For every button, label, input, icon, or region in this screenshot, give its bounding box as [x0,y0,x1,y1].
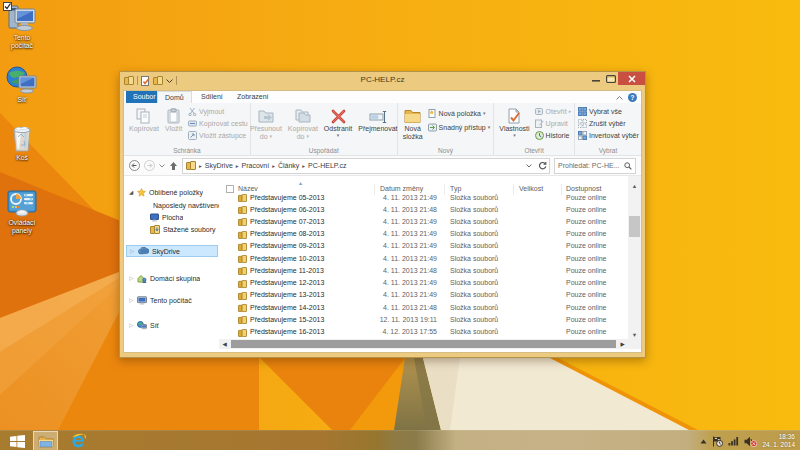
ribbon-minimize-chevron-icon[interactable] [616,96,623,100]
vertical-scrollbar[interactable]: ▲ ▼ [628,176,641,340]
close-button[interactable] [618,72,645,85]
invert-selection-button[interactable]: Invertovat výběr [578,131,639,140]
button-label: Historie [546,132,570,139]
vertical-scroll-thumb[interactable] [629,216,640,237]
tab-domu[interactable]: Domů [157,91,192,103]
taskbar-clock[interactable]: 18:36 24. 1. 2014 [762,433,798,449]
file-row[interactable]: Představujeme 11-2013 4. 11. 2013 21:48 … [219,265,628,277]
taskbar-file-explorer[interactable] [33,431,58,450]
show-hidden-icons[interactable] [700,439,707,444]
open-button[interactable]: Otevřít▸ [535,107,572,116]
scroll-down-icon[interactable]: ▼ [628,332,641,338]
dropdown-caret-icon: ▾ [483,111,486,116]
help-icon[interactable]: ? [628,93,637,102]
start-button[interactable] [4,431,30,450]
desktop-icon-network[interactable]: Síť [4,66,40,104]
up-button[interactable] [169,161,178,171]
back-button[interactable] [129,160,140,171]
column-header-date[interactable]: Datum změny [380,185,423,192]
expander-collapsed-icon[interactable]: ▷ [129,322,134,328]
scroll-up-icon[interactable]: ▲ [628,183,641,189]
file-row[interactable]: Představujeme 10-2013 4. 11. 2013 21:49 … [219,253,628,265]
qat-dropdown-caret[interactable] [166,79,173,83]
column-header-availability[interactable]: Dostupnost [566,185,601,192]
nav-skydrive[interactable]: ▷ SkyDrive [126,245,218,257]
easy-access-button[interactable]: Snadný přístup▾ [428,123,491,132]
new-item-button[interactable]: Nová položka▾ [428,109,491,118]
nav-network[interactable]: ▷ Síť [129,319,159,331]
cut-button[interactable]: Vyjmout [188,107,248,116]
desktop-icon-recycle-bin[interactable]: Koš [4,124,40,162]
file-row[interactable]: Představujeme 15-2013 12. 11. 2013 19:11… [219,314,628,326]
rename-button[interactable]: Přejmenovat [355,104,400,148]
expander-expanded-icon[interactable]: ◢ [129,189,134,195]
file-name: Představujeme 16-2013 [250,328,324,335]
nav-this-pc[interactable]: ▷ Tento počítač [129,294,192,306]
nav-downloads[interactable]: Stažené soubory [150,223,216,235]
horizontal-scrollbar[interactable]: ◀ ▶ [219,339,628,349]
address-dropdown-caret[interactable] [526,164,532,168]
clock-date: 24. 1. 2014 [762,441,795,449]
file-row[interactable]: Představujeme 16-2013 4. 12. 2013 17:55 … [219,327,628,339]
qat-properties-icon[interactable] [141,76,150,86]
desktop-icon-control-panel[interactable]: Ovládací panely [4,189,40,235]
breadcrumb-skydrive[interactable]: SkyDrive [205,162,233,169]
scroll-left-icon[interactable]: ◀ [219,341,230,347]
copy-path-button[interactable]: Kopírovat cestu [188,119,248,128]
file-type: Složka souborů [450,304,498,311]
qat-new-folder-icon[interactable] [153,76,163,85]
file-row[interactable]: Představujeme 06-2013 4. 11. 2013 21:48 … [219,204,628,216]
maximize-button[interactable] [603,72,618,85]
nav-recent-places[interactable]: Naposledy navštívené [150,199,219,211]
explorer-window-icon[interactable] [124,76,134,85]
copy-to-button[interactable]: Kopírovat do▾ [285,104,321,148]
action-center-flag-icon[interactable] [712,436,723,447]
breadcrumb-pchelp[interactable]: PC-HELP.cz [308,162,346,169]
select-none-button[interactable]: Zrušit výběr [578,119,639,128]
column-header-size[interactable]: Velikost [519,185,543,192]
move-to-button[interactable]: Přesunout do▾ [247,104,285,148]
delete-button[interactable]: Odstranit ▾ [321,104,355,148]
tab-zobrazeni[interactable]: Zobrazení [230,91,276,103]
properties-button[interactable]: Vlastnosti ▾ [496,104,532,148]
nav-favorites[interactable]: ◢ Oblíbené položky [129,186,203,198]
forward-button[interactable] [144,160,155,171]
volume-muted-icon[interactable] [744,436,757,447]
recent-locations-caret[interactable] [159,164,165,168]
file-row[interactable]: Představujeme 05-2013 4. 11. 2013 21:49 … [219,192,628,204]
copy-button[interactable]: Kopírovat [126,104,162,148]
folder-icon [238,304,247,312]
search-box[interactable]: Prohledat: PC-HE... [554,158,636,174]
file-row[interactable]: Představujeme 13-2013 4. 11. 2013 21:49 … [219,290,628,302]
expander-collapsed-icon[interactable]: ▷ [129,297,134,303]
paste-button[interactable]: Vložit [162,104,185,148]
minimize-button[interactable] [588,72,603,85]
paste-shortcut-button[interactable]: Vložit zástupce [188,131,248,140]
scroll-right-icon[interactable]: ▶ [617,341,628,347]
new-folder-button[interactable]: Nová složka [400,104,426,148]
file-row[interactable]: Představujeme 07-2013 4. 11. 2013 21:49 … [219,216,628,228]
edit-button[interactable]: Upravit [535,119,572,128]
desktop-icon-this-pc[interactable]: Tento počítač [4,4,40,50]
breadcrumb-pracovni[interactable]: Pracovní [242,162,270,169]
refresh-button[interactable] [538,161,547,170]
file-row[interactable]: Představujeme 14-2013 4. 11. 2013 21:48 … [219,302,628,314]
nav-desktop[interactable]: Plocha [150,211,183,223]
file-row[interactable]: Představujeme 09-2013 4. 11. 2013 21:49 … [219,241,628,253]
history-button[interactable]: Historie [535,131,572,140]
tab-sdileni[interactable]: Sdílení [194,91,230,103]
window-titlebar[interactable]: PC-HELP.cz [120,72,645,90]
select-all-button[interactable]: Vybrat vše [578,107,639,116]
column-header-type[interactable]: Typ [450,185,461,192]
network-signal-icon[interactable] [728,436,739,446]
nav-homegroup[interactable]: ▷ Domácí skupina [129,272,200,284]
address-box[interactable]: ▸ SkyDrive ▸ Pracovní ▸ Články ▸ PC-HELP… [182,158,550,174]
file-row[interactable]: Představujeme 08-2013 4. 11. 2013 21:49 … [219,229,628,241]
horizontal-scroll-thumb[interactable] [231,340,616,348]
expander-collapsed-icon[interactable]: ▷ [130,248,135,254]
column-header-name[interactable]: Název [238,185,258,192]
taskbar-internet-explorer[interactable] [66,431,91,450]
file-row[interactable]: Představujeme 12-2013 4. 11. 2013 21:49 … [219,278,628,290]
expander-collapsed-icon[interactable]: ▷ [129,275,134,281]
breadcrumb-clanky[interactable]: Články [278,162,299,169]
